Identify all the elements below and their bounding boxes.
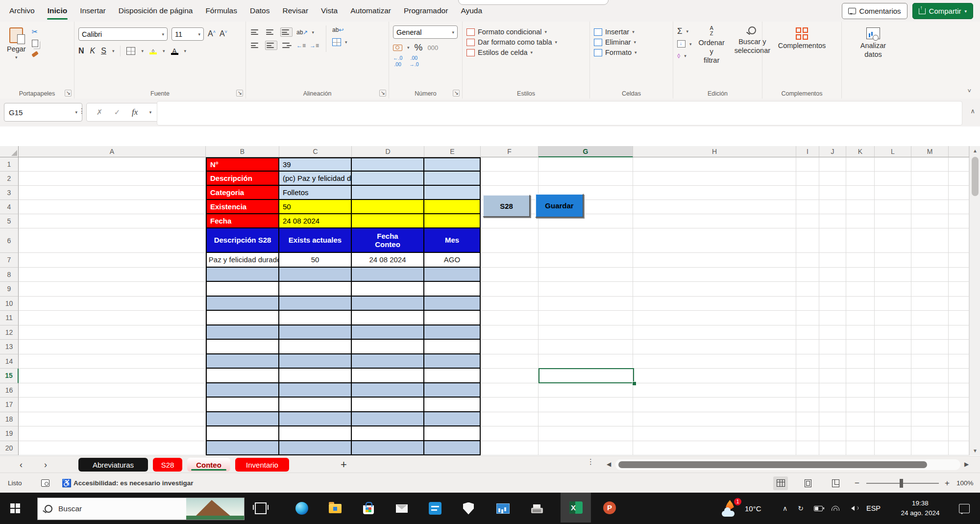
- cell-N8[interactable]: [949, 268, 969, 282]
- cell-B5[interactable]: Fecha: [206, 214, 279, 228]
- cell-C9[interactable]: [279, 282, 352, 297]
- cell-J11[interactable]: [819, 311, 846, 325]
- cell-I16[interactable]: [796, 383, 819, 398]
- dialog-launcher-icon[interactable]: ↘: [65, 90, 72, 97]
- select-all-corner[interactable]: [0, 146, 19, 157]
- column-header-I[interactable]: I: [796, 146, 819, 157]
- menu-tab-insertar[interactable]: Insertar: [74, 0, 112, 21]
- cell-A15[interactable]: [19, 369, 206, 383]
- zoom-level[interactable]: 100%: [956, 473, 974, 493]
- accessibility-status[interactable]: Accesibilidad: es necesario investigar: [74, 473, 194, 493]
- row-header-10[interactable]: 10: [0, 297, 19, 311]
- cell-J14[interactable]: [819, 354, 846, 369]
- cell-D12[interactable]: [352, 325, 424, 340]
- cell-M17[interactable]: [911, 398, 949, 412]
- cell-D16[interactable]: [352, 383, 424, 398]
- cell-F20[interactable]: [481, 441, 539, 456]
- cell-J18[interactable]: [819, 412, 846, 427]
- cell-G9[interactable]: [539, 282, 633, 297]
- cell-I13[interactable]: [796, 340, 819, 354]
- cell-K16[interactable]: [846, 383, 875, 398]
- cell-E6[interactable]: Mes: [424, 228, 481, 253]
- cell-F15[interactable]: [481, 369, 539, 383]
- cell-I19[interactable]: [796, 426, 819, 441]
- column-header-M[interactable]: M: [911, 146, 949, 157]
- powerpoint-taskbar-button[interactable]: P: [595, 493, 624, 523]
- cell-I5[interactable]: [796, 214, 819, 228]
- cell-N13[interactable]: [949, 340, 969, 354]
- cell-M1[interactable]: [911, 157, 949, 172]
- cell-N3[interactable]: [949, 186, 969, 200]
- cell-E8[interactable]: [424, 268, 481, 282]
- cell-J4[interactable]: [819, 200, 846, 214]
- sync-tray-icon[interactable]: ↻: [796, 493, 806, 524]
- zoom-slider-thumb[interactable]: [900, 479, 903, 488]
- cell-F13[interactable]: [481, 340, 539, 354]
- cell-M16[interactable]: [911, 383, 949, 398]
- row-header-1[interactable]: 1: [0, 157, 19, 172]
- cell-C17[interactable]: [279, 398, 352, 412]
- cell-L14[interactable]: [875, 354, 911, 369]
- vertical-scroll-thumb[interactable]: [972, 157, 979, 196]
- cell-H17[interactable]: [633, 398, 796, 412]
- cell-G16[interactable]: [539, 383, 633, 398]
- increase-font-icon[interactable]: A˄: [208, 29, 216, 38]
- cell-C3[interactable]: Folletos: [279, 186, 352, 200]
- zoom-in-icon[interactable]: +: [945, 473, 950, 493]
- cut-icon[interactable]: ✂: [32, 27, 38, 36]
- cell-A20[interactable]: [19, 441, 206, 456]
- cell-N2[interactable]: [949, 172, 969, 186]
- cell-E2[interactable]: [424, 172, 481, 186]
- fill-color-button[interactable]: ⬨: [149, 48, 157, 54]
- cell-N19[interactable]: [949, 426, 969, 441]
- cell-L16[interactable]: [875, 383, 911, 398]
- cell-E4[interactable]: [424, 200, 481, 214]
- cell-N17[interactable]: [949, 398, 969, 412]
- menu-tab-programador[interactable]: Programador: [397, 0, 454, 21]
- cell-C15[interactable]: [279, 369, 352, 383]
- row-header-4[interactable]: 4: [0, 200, 19, 214]
- addins-button[interactable]: Complementos: [766, 25, 837, 51]
- cell-M9[interactable]: [911, 282, 949, 297]
- cell-D11[interactable]: [352, 311, 424, 325]
- cancel-icon[interactable]: ✗: [97, 108, 103, 117]
- cell-B4[interactable]: Existencia: [206, 200, 279, 214]
- sheet-tab-s28[interactable]: S28: [153, 458, 182, 472]
- cell-C2[interactable]: (pc) Paz y felicidad duraderas: [279, 172, 352, 186]
- sheet-tab-inventario[interactable]: Inventario: [235, 458, 289, 472]
- language-indicator[interactable]: ESP: [866, 493, 881, 524]
- cell-I8[interactable]: [796, 268, 819, 282]
- cell-A17[interactable]: [19, 398, 206, 412]
- cell-M18[interactable]: [911, 412, 949, 427]
- edge-icon[interactable]: [292, 493, 312, 524]
- cell-I18[interactable]: [796, 412, 819, 427]
- cell-A4[interactable]: [19, 200, 206, 214]
- column-header-H[interactable]: H: [633, 146, 796, 157]
- cell-I11[interactable]: [796, 311, 819, 325]
- column-header-partial[interactable]: [949, 146, 969, 157]
- scroll-up-icon[interactable]: ▲: [970, 146, 980, 155]
- cell-F9[interactable]: [481, 282, 539, 297]
- clock[interactable]: 19:3824 ago. 2024: [896, 493, 945, 524]
- cell-K11[interactable]: [846, 311, 875, 325]
- cell-M14[interactable]: [911, 354, 949, 369]
- column-header-L[interactable]: L: [875, 146, 911, 157]
- cell-J7[interactable]: [819, 253, 846, 268]
- s28-macro-button[interactable]: S28: [483, 195, 530, 217]
- view-normal-button[interactable]: [773, 473, 788, 493]
- cell-H16[interactable]: [633, 383, 796, 398]
- font-size-combo[interactable]: 11▾: [172, 27, 204, 41]
- cell-D17[interactable]: [352, 398, 424, 412]
- menu-tab-archivo[interactable]: Archivo: [3, 0, 41, 21]
- cell-B2[interactable]: Descripción: [206, 172, 279, 186]
- menu-tab-automatizar[interactable]: Automatizar: [344, 0, 397, 21]
- horizontal-scrollbar[interactable]: [615, 459, 960, 470]
- cell-A5[interactable]: [19, 214, 206, 228]
- cell-B17[interactable]: [206, 398, 279, 412]
- cell-C6[interactable]: Exists actuales: [279, 228, 352, 253]
- cell-H19[interactable]: [633, 426, 796, 441]
- menu-tab-datos[interactable]: Datos: [244, 0, 276, 21]
- cell-J8[interactable]: [819, 268, 846, 282]
- cell-J19[interactable]: [819, 426, 846, 441]
- cell-J13[interactable]: [819, 340, 846, 354]
